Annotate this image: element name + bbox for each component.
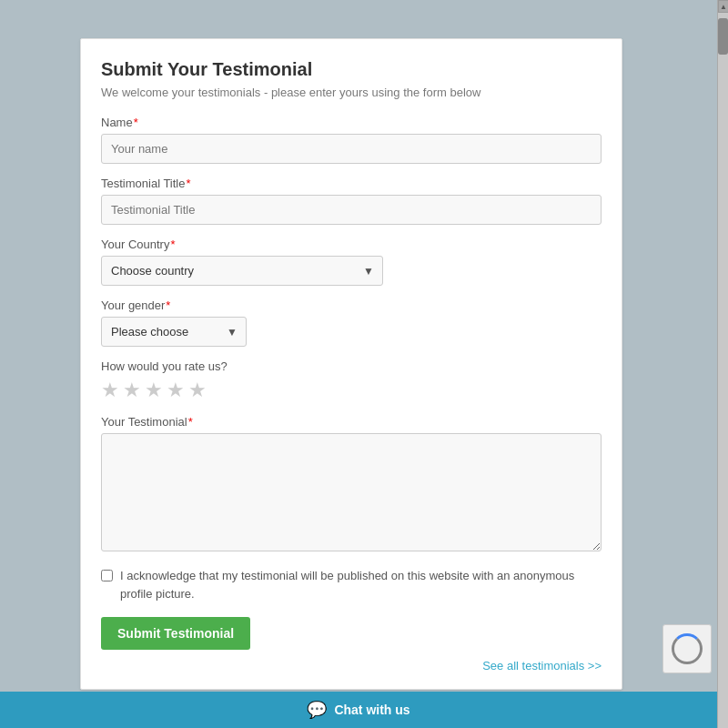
scroll-thumb[interactable] (718, 18, 728, 55)
star-3[interactable]: ★ (145, 379, 163, 402)
gender-required-marker: * (166, 298, 170, 312)
testimonial-title-label: Testimonial Title* (101, 177, 602, 190)
name-required-marker: * (134, 116, 138, 129)
recaptcha-spinner (672, 633, 703, 664)
testimonial-group: Your Testimonial* (101, 415, 602, 554)
star-2[interactable]: ★ (123, 379, 141, 402)
rating-label: How would you rate us? (101, 359, 602, 373)
card-title: Submit Your Testimonial (101, 59, 602, 80)
testimonial-form-card: Submit Your Testimonial We welcome your … (80, 38, 622, 690)
testimonial-label: Your Testimonial* (101, 415, 602, 429)
rating-group: How would you rate us? ★ ★ ★ ★ ★ (101, 359, 602, 402)
scroll-up-arrow[interactable]: ▲ (718, 0, 728, 13)
star-5[interactable]: ★ (188, 379, 207, 402)
chat-widget[interactable]: 💬 Chat with us (0, 692, 717, 728)
star-4[interactable]: ★ (167, 379, 185, 402)
country-label: Your Country* (101, 238, 602, 251)
gender-select-wrapper: Please choose Male Female Other ▼ (101, 317, 247, 347)
title-group: Testimonial Title* (101, 177, 602, 225)
country-select-wrapper: Choose country United States United King… (101, 256, 383, 286)
scrollbar[interactable]: ▲ (717, 0, 728, 728)
star-rating[interactable]: ★ ★ ★ ★ ★ (101, 379, 602, 402)
country-group: Your Country* Choose country United Stat… (101, 238, 602, 286)
testimonial-required-marker: * (188, 415, 193, 429)
gender-group: Your gender* Please choose Male Female O… (101, 298, 602, 347)
name-label: Name* (101, 116, 602, 129)
gender-select[interactable]: Please choose Male Female Other (101, 317, 247, 347)
recaptcha-badge[interactable] (662, 624, 712, 673)
acknowledge-checkbox[interactable] (101, 570, 113, 581)
card-subtitle: We welcome your testimonials - please en… (101, 86, 602, 99)
chat-icon: 💬 (307, 700, 327, 720)
see-all-link[interactable]: See all testimonials >> (101, 659, 602, 672)
submit-button[interactable]: Submit Testimonial (101, 617, 250, 650)
acknowledge-row: I acknowledge that my testimonial will b… (101, 567, 602, 602)
country-select[interactable]: Choose country United States United King… (101, 256, 383, 286)
country-required-marker: * (170, 238, 175, 251)
star-1[interactable]: ★ (101, 379, 119, 402)
name-input[interactable] (101, 134, 602, 164)
name-group: Name* (101, 116, 602, 164)
chat-label: Chat with us (334, 703, 410, 717)
acknowledge-text: I acknowledge that my testimonial will b… (120, 567, 602, 602)
testimonial-title-input[interactable] (101, 195, 602, 225)
testimonial-textarea[interactable] (101, 433, 602, 551)
title-required-marker: * (186, 177, 190, 190)
gender-label: Your gender* (101, 298, 602, 312)
